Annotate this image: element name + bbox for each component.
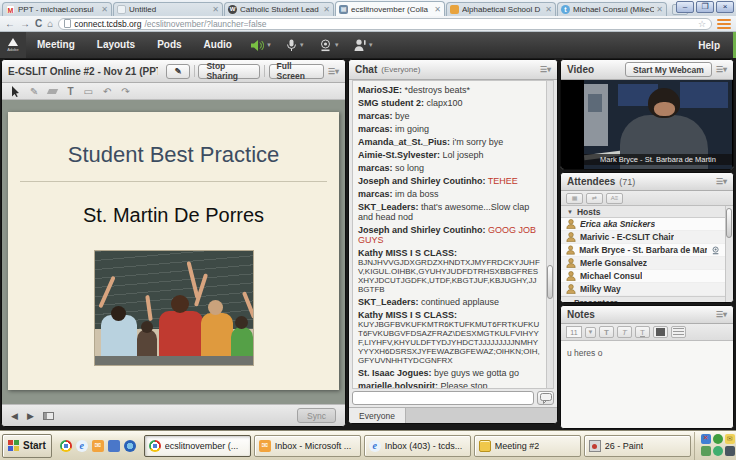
undo-icon[interactable]: ↶ [103,86,111,97]
attendee-list[interactable]: Erica aka Snickers Marivic - E-CSLIT Cha… [561,218,725,302]
chat-input[interactable] [352,391,534,405]
start-webcam-button[interactable]: Start My Webcam [625,62,712,77]
back-icon[interactable]: ← [5,17,15,31]
start-button[interactable]: Start [2,434,52,458]
hosts-group-header[interactable]: ▼ Hosts [561,206,725,218]
network-error-icon[interactable] [701,434,711,444]
task-button[interactable]: Inbox - Microsoft ... [254,435,361,457]
pod-menu-icon[interactable]: ☰▾ [540,65,551,74]
task-button[interactable]: 26 - Paint [584,435,691,457]
font-size-select[interactable]: 11 [566,326,582,338]
tab-close-icon[interactable]: ✕ [323,5,330,14]
browser-tab[interactable]: Untitled ✕ [113,2,223,16]
internet-explorer-icon[interactable] [76,440,88,452]
chat-tab-everyone[interactable]: Everyone [349,408,406,423]
webcam-control[interactable]: ▼ [312,39,347,52]
menubar-item[interactable]: Pods [146,32,192,58]
sync-button[interactable]: Sync [297,408,336,423]
browser-menu-icon[interactable] [717,19,731,29]
shape-tool-icon[interactable]: ▭ [84,86,93,97]
reload-icon[interactable]: C [35,17,42,31]
sort-attendees-icon[interactable]: A≡ [606,193,623,204]
menubar-item[interactable]: Layouts [86,32,146,58]
font-size-dropdown-icon[interactable]: ▼ [585,327,596,338]
url-field[interactable]: connect.tcdsb.org /ecslitnovember/?launc… [58,18,712,30]
pod-menu-icon[interactable]: ☰▾ [716,310,727,319]
full-screen-button[interactable]: Full Screen [269,64,324,79]
pod-menu-icon[interactable]: ☰▾ [716,65,727,74]
chevron-down-icon[interactable]: ▼ [368,42,374,48]
attendee-row[interactable]: Merle Gonsalvez [561,257,725,270]
explorer-icon[interactable] [108,440,120,452]
attendee-view-icon[interactable]: ▦ [566,193,583,204]
next-slide-icon[interactable]: ▶ [27,411,34,421]
security-icon[interactable] [701,446,711,456]
chevron-down-icon[interactable]: ▼ [266,42,272,48]
bookmark-star-icon[interactable]: ☆ [698,19,706,29]
chevron-down-icon[interactable]: ▼ [299,42,305,48]
italic-button[interactable]: T [617,326,632,338]
text-tool-icon[interactable]: T [67,86,73,97]
underline-button[interactable]: T [635,326,650,338]
task-button[interactable]: Inbox (403) - tcds... [364,435,471,457]
menubar-item[interactable]: Meeting [26,32,86,58]
chat-scrollbar[interactable] [546,80,554,389]
minimize-button[interactable]: – [676,1,694,13]
chat-message-list[interactable]: MarioSJE: *destroys beats* SMG student 2… [352,80,554,389]
chrome-icon[interactable] [60,440,72,452]
browser-tab[interactable]: Michael Consul (MikeC ✕ [557,2,667,16]
help-menu[interactable]: Help [698,40,736,51]
attendees-scrollbar[interactable] [725,206,733,302]
attendee-row[interactable]: Milky Way [561,283,725,296]
updates-icon[interactable] [713,446,723,456]
browser-tab[interactable]: Alphabetical School D ✕ [446,2,556,16]
scrollbar-thumb[interactable] [726,208,732,238]
media-player-icon[interactable] [124,440,136,452]
send-message-button[interactable] [537,391,554,405]
microphone-control[interactable]: ▼ [279,39,312,52]
home-icon[interactable]: ⌂ [47,17,53,31]
pencil-icon[interactable]: ✎ [30,86,38,97]
close-button[interactable]: × [716,1,734,13]
presenters-group-header[interactable]: ▶ Presenters [561,296,725,303]
browser-tab[interactable]: PPT - michael.consul ✕ [2,2,112,16]
notes-editor[interactable]: u heres o [561,341,733,428]
tab-close-icon[interactable]: ✕ [101,5,108,14]
attendee-row[interactable]: Marivic - E-CSLIT Chair [561,231,725,244]
tab-close-icon[interactable]: ✕ [656,5,663,14]
stop-sharing-button[interactable]: Stop Sharing [198,64,259,79]
redo-icon[interactable]: ↷ [121,86,129,97]
tab-close-icon[interactable]: ✕ [434,5,441,14]
browser-tab[interactable]: Catholic Student Lead ✕ [224,2,334,16]
bullet-list-button[interactable] [671,326,686,338]
task-button[interactable]: ecslitnovember (... [144,435,251,457]
browser-tab[interactable]: ecslitnovember (Colla ✕ [335,1,445,16]
forward-icon[interactable]: → [20,17,30,31]
antivirus-icon[interactable] [713,434,723,444]
speaker-control[interactable]: ▼ [243,39,279,52]
breakout-view-icon[interactable]: ⇄ [586,193,603,204]
attendee-row[interactable]: Erica aka Snickers [561,218,725,231]
tab-close-icon[interactable]: ✕ [212,5,219,14]
outlook-icon[interactable] [92,440,104,452]
attendee-row[interactable]: Mark Bryce - St. Barbara de Martin [561,244,725,257]
sidebar-toggle-icon[interactable] [43,412,54,420]
chevron-down-icon[interactable]: ▼ [334,42,340,48]
draw-button[interactable]: ✎ [166,64,189,79]
menubar-item[interactable]: Audio [193,32,243,58]
bold-button[interactable]: T [599,326,614,338]
status-control[interactable]: ▼ [347,39,381,52]
scrollbar-thumb[interactable] [547,265,553,299]
pointer-icon[interactable] [11,86,20,97]
expand-triangle-icon[interactable]: ▶ [567,301,572,303]
pod-menu-icon[interactable]: ☰▾ [328,67,339,76]
collapse-triangle-icon[interactable]: ▼ [567,209,573,215]
task-button[interactable]: Meeting #2 [474,435,581,457]
mail-icon[interactable] [725,434,735,444]
restore-button[interactable]: ❐ [696,1,714,13]
attendee-row[interactable]: Michael Consul [561,270,725,283]
previous-slide-icon[interactable]: ◀ [11,411,18,421]
text-color-button[interactable] [653,326,668,338]
eraser-icon[interactable] [47,89,58,94]
pod-menu-icon[interactable]: ☰▾ [716,177,727,186]
